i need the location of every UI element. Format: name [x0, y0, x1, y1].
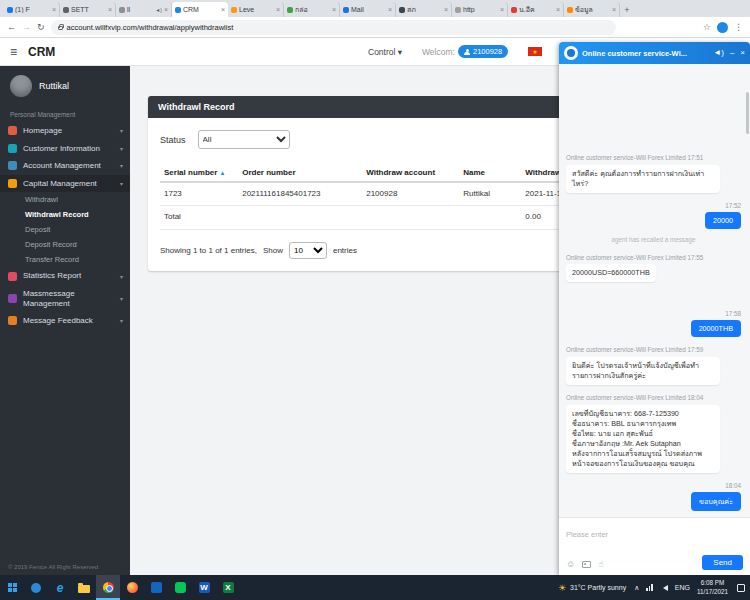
sidebar-toggle-icon[interactable]: ≡: [10, 45, 17, 59]
browser-tab[interactable]: Mail×: [340, 2, 396, 17]
col-order-number[interactable]: Order number: [238, 165, 362, 182]
tab-close-icon[interactable]: ×: [500, 6, 504, 13]
browser-tab[interactable]: กล่อ×: [284, 2, 340, 17]
send-button[interactable]: Send: [702, 555, 743, 570]
chat-message-input[interactable]: [566, 530, 743, 539]
emoji-icon[interactable]: ☺: [566, 559, 575, 569]
taskbar-clock[interactable]: 6:08 PM 11/17/2021: [697, 579, 728, 595]
sidebar-item-massmessage-management[interactable]: Massmessage Management▾: [0, 285, 130, 312]
sidebar-item-homepage[interactable]: Homepage▾: [0, 122, 130, 140]
back-icon[interactable]: ←: [7, 23, 16, 32]
tab-audio-icon[interactable]: ◄): [155, 7, 162, 13]
sidebar-subitem-transfer-record[interactable]: Transfer Record: [0, 252, 130, 267]
tab-close-icon[interactable]: ×: [108, 6, 112, 13]
cortana-button[interactable]: [24, 575, 48, 600]
forward-icon[interactable]: →: [22, 23, 31, 32]
sidebar-item-statistics-report[interactable]: Statistics Report▾: [0, 267, 130, 285]
sidebar-subitem-deposit[interactable]: Deposit: [0, 222, 130, 237]
chat-header[interactable]: Online customer service-Wi... ◄) – ×: [559, 42, 750, 64]
action-center-icon[interactable]: [737, 584, 745, 592]
chat-agent-label: Online customer service-Will Forex Limit…: [566, 154, 741, 163]
tray-expand-icon[interactable]: ∧: [634, 584, 639, 592]
col-name[interactable]: Name: [459, 165, 521, 182]
col-serial-number[interactable]: Serial number ▲: [160, 165, 238, 182]
app-taskbar-button[interactable]: [144, 575, 168, 600]
excel-taskbar-button[interactable]: X: [216, 575, 240, 600]
reload-icon[interactable]: ↻: [37, 23, 45, 32]
edge-taskbar-button[interactable]: e: [48, 575, 72, 600]
user-icon: [464, 49, 470, 55]
browser-tab[interactable]: สภ×: [396, 2, 452, 17]
sidebar-item-customer-information[interactable]: Customer Information▾: [0, 140, 130, 158]
tab-close-icon[interactable]: ×: [388, 6, 392, 13]
cell-account: 2100928: [362, 182, 459, 206]
chat-service-avatar: [564, 46, 578, 60]
sidebar-item-capital-management[interactable]: Capital Management▾: [0, 175, 130, 193]
chat-scrollbar[interactable]: [746, 92, 749, 134]
new-tab-button[interactable]: +: [620, 3, 634, 17]
edge-icon: e: [57, 581, 64, 595]
browser-tab[interactable]: น.อีค×: [508, 2, 564, 17]
tab-close-icon[interactable]: ×: [276, 6, 280, 13]
url-bar[interactable]: account.willfxvip.com/withdrawal/applywi…: [51, 20, 616, 35]
tab-close-icon[interactable]: ×: [612, 6, 616, 13]
weather-widget[interactable]: ☀ 31°C Partly sunny: [550, 583, 634, 593]
tab-close-icon[interactable]: ×: [332, 6, 336, 13]
thumbs-up-icon[interactable]: ☝: [598, 559, 603, 569]
chat-sound-icon[interactable]: ◄): [713, 49, 724, 57]
tab-close-icon[interactable]: ×: [164, 6, 168, 13]
system-tray: ∧ ENG 6:08 PM 11/17/2021: [634, 579, 750, 595]
windows-logo-icon: [8, 583, 17, 592]
sidebar-subitem-withdrawl[interactable]: Withdrawl: [0, 192, 130, 207]
line-taskbar-button[interactable]: [168, 575, 192, 600]
bookmark-star-icon[interactable]: ☆: [703, 23, 711, 32]
word-taskbar-button[interactable]: W: [192, 575, 216, 600]
browser-tab-active[interactable]: CRM×: [172, 2, 228, 17]
browser-menu-icon[interactable]: ⋮: [734, 23, 743, 32]
chevron-icon: ▾: [120, 127, 123, 134]
browser-tab[interactable]: http×: [452, 2, 508, 17]
account-badge[interactable]: 2100928: [458, 45, 508, 58]
chat-minimize-icon[interactable]: –: [730, 49, 734, 57]
network-icon[interactable]: [646, 584, 653, 591]
browser-profile-avatar[interactable]: [717, 22, 728, 33]
chat-system-message: agent has recalled a message: [566, 236, 741, 243]
chrome-taskbar-button[interactable]: [96, 575, 120, 600]
volume-icon[interactable]: [660, 585, 668, 591]
image-attach-icon[interactable]: [582, 561, 591, 568]
sidebar-subitem-deposit-record[interactable]: Deposit Record: [0, 237, 130, 252]
sidebar-item-message-feedback[interactable]: Message Feedback▾: [0, 312, 130, 330]
firefox-taskbar-button[interactable]: [120, 575, 144, 600]
chat-outgoing-message: ขอบคุณค่ะ: [691, 492, 741, 511]
tab-favicon-icon: [63, 7, 69, 13]
tab-close-icon[interactable]: ×: [556, 6, 560, 13]
control-menu[interactable]: Control ▾: [368, 47, 402, 57]
tab-close-icon[interactable]: ×: [444, 6, 448, 13]
chat-agent-label: Online customer service-Will Forex Limit…: [566, 346, 741, 355]
sidebar-item-account-management[interactable]: Account Management▾: [0, 157, 130, 175]
tab-favicon-icon: [231, 7, 237, 13]
file-explorer-taskbar-button[interactable]: [72, 575, 96, 600]
tab-close-icon[interactable]: ×: [221, 6, 225, 13]
weather-text: 31°C Partly sunny: [570, 584, 626, 591]
language-indicator[interactable]: ENG: [675, 584, 690, 591]
facebook-favicon-icon: [7, 7, 13, 13]
tab-favicon-icon: [455, 7, 461, 13]
chat-close-icon[interactable]: ×: [740, 49, 745, 57]
browser-tab[interactable]: ll◄)×: [116, 2, 172, 17]
lock-icon: [58, 26, 63, 30]
start-button[interactable]: [0, 575, 24, 600]
browser-tab[interactable]: Leve×: [228, 2, 284, 17]
page-size-select[interactable]: 10: [289, 242, 327, 259]
status-select[interactable]: All: [198, 130, 290, 149]
sidebar-subitem-withdrawl-record[interactable]: Withdrawl Record: [0, 207, 130, 222]
browser-tab[interactable]: ข้อมูล×: [564, 2, 620, 17]
col-withdraw-account[interactable]: Withdraw account: [362, 165, 459, 182]
tab-close-icon[interactable]: ×: [52, 6, 56, 13]
browser-tab[interactable]: SETT×: [60, 2, 116, 17]
language-flag-icon[interactable]: ★: [528, 47, 542, 56]
browser-address-bar: ← → ↻ account.willfxvip.com/withdrawal/a…: [0, 17, 750, 38]
browser-tab[interactable]: (1) F×: [4, 2, 60, 17]
customer-info-icon: [8, 144, 17, 153]
line-icon: [175, 582, 186, 593]
